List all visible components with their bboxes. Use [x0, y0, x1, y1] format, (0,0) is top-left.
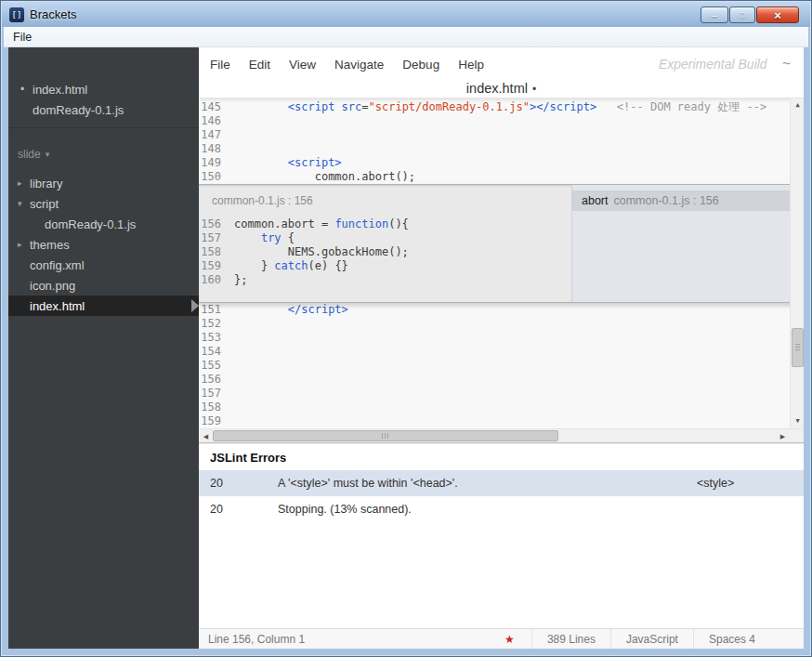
menu-help[interactable]: Help [449, 58, 493, 72]
window-controls: – □ × [701, 7, 799, 23]
code-line[interactable]: 158 NEMS.gobackHome(); [199, 245, 571, 259]
code-token: <script [288, 100, 342, 113]
code-line[interactable]: 149 <script> [199, 156, 804, 170]
working-file-item[interactable]: •index.html [8, 79, 199, 99]
wave-icon[interactable]: ~ [782, 56, 791, 72]
error-line-number: 20 [199, 477, 278, 490]
code-line[interactable]: 157 try { [199, 231, 571, 245]
menu-file[interactable]: File [201, 58, 240, 72]
close-button[interactable]: × [756, 7, 799, 23]
tree-item-library[interactable]: ▸library [8, 173, 199, 193]
code-line[interactable]: 153 [199, 331, 804, 345]
code-line[interactable]: 150 common.abort(); [199, 170, 804, 184]
jslint-error-row[interactable]: 20Stopping. (13% scanned). [199, 496, 804, 522]
vertical-scroll-thumb[interactable] [792, 328, 804, 367]
inline-editor-filename[interactable]: common-0.1.js : 156 [199, 185, 571, 217]
code-line[interactable]: 159 [199, 414, 804, 428]
code-line[interactable]: 145 <script src="script/domReady-0.1.js"… [199, 100, 804, 114]
working-file-item[interactable]: •domReady-0.1.js [8, 99, 199, 120]
code-content: try { [234, 231, 295, 245]
code-line[interactable]: 158 [199, 401, 804, 414]
menu-view[interactable]: View [280, 58, 325, 72]
code-line[interactable]: 148 [199, 142, 804, 156]
jslint-panel: JSLint Errors 20A '<style>' must be with… [199, 442, 804, 628]
tree-item-label: index.html [30, 299, 85, 313]
tree-item-icon.png[interactable]: icon.png [8, 275, 199, 296]
sidebar: •index.html•domReady-0.1.js slide ▾ ▸lib… [8, 47, 199, 649]
code-line[interactable]: 159 } catch(e) {} [199, 259, 571, 273]
tree-item-label: themes [30, 238, 70, 252]
related-function-item[interactable]: abortcommon-0.1.js : 156 [572, 191, 804, 211]
code-content: <script src="script/domReady-0.1.js"></s… [234, 100, 766, 114]
code-token: src [342, 100, 362, 113]
working-file-label: index.html [33, 83, 87, 97]
menu-edit[interactable]: Edit [240, 58, 280, 72]
code-line[interactable]: 156 [199, 373, 804, 387]
tree-item-config.xml[interactable]: config.xml [8, 255, 199, 275]
tree-item-index.html[interactable]: index.html [8, 296, 199, 316]
app-menubar: FileEditViewNavigateDebugHelp Experiment… [199, 47, 804, 81]
code-token: common.abort = [234, 217, 334, 230]
code-line[interactable]: 146 [199, 114, 804, 128]
code-line[interactable]: 155 [199, 359, 804, 373]
line-number: 156 [199, 373, 234, 387]
window-title: Brackets [30, 7, 77, 21]
vertical-scrollbar[interactable]: ▲ ▼ [790, 99, 804, 428]
brackets-logo-icon: [] [9, 7, 24, 22]
horizontal-scrollbar[interactable]: ◀ ▶ [199, 429, 790, 442]
line-number: 147 [199, 128, 234, 142]
titlebar[interactable]: [] Brackets – □ × [2, 2, 810, 27]
working-file-label: domReady-0.1.js [33, 103, 124, 117]
folder-collapsed-icon[interactable]: ▸ [18, 240, 30, 249]
scroll-down-icon[interactable]: ▼ [791, 414, 804, 428]
code-content: common.abort(); [234, 170, 415, 184]
line-count: 389 Lines [531, 629, 610, 649]
code-line[interactable]: 147 [199, 128, 804, 142]
language-mode[interactable]: JavaScript [610, 629, 693, 649]
menu-debug[interactable]: Debug [393, 58, 449, 72]
code-token: NEMS.gobackHome(); [234, 245, 409, 258]
code-editor[interactable]: 145 <script src="script/domReady-0.1.js"… [199, 99, 804, 428]
scroll-up-icon[interactable]: ▲ [791, 99, 804, 112]
jslint-panel-title[interactable]: JSLint Errors [199, 443, 804, 470]
minimize-button[interactable]: – [701, 7, 728, 23]
code-token [234, 156, 288, 169]
code-line[interactable]: 152 [199, 317, 804, 331]
indent-setting[interactable]: Spaces 4 [693, 629, 770, 649]
scroll-right-icon[interactable]: ▶ [776, 429, 790, 443]
cursor-position: Line 156, Column 1 [199, 633, 305, 646]
code-line[interactable]: 156common.abort = function(){ [199, 217, 571, 231]
line-number: 157 [199, 231, 234, 245]
code-content: common.abort = function(){ [234, 217, 409, 231]
code-line[interactable]: 160}; [199, 273, 571, 287]
dirty-dot-icon: • [20, 83, 33, 96]
native-menu-file[interactable]: File [4, 27, 41, 46]
line-number: 148 [199, 142, 234, 156]
inline-rail: abortcommon-0.1.js : 156 [571, 185, 804, 302]
scroll-left-icon[interactable]: ◀ [199, 429, 213, 443]
folder-collapsed-icon[interactable]: ▸ [18, 178, 30, 188]
code-token: }; [234, 273, 247, 286]
maximize-button[interactable]: □ [729, 7, 755, 23]
tree-item-themes[interactable]: ▸themes [8, 234, 199, 255]
tree-item-script[interactable]: ▾script [8, 193, 199, 214]
horizontal-scrollbar-row: ◀ ▶ [199, 428, 804, 442]
code-line[interactable]: 157 [199, 387, 804, 401]
code-line[interactable]: 151 </script> [199, 303, 804, 317]
tree-item-domReady-0.1.js[interactable]: domReady-0.1.js [8, 214, 199, 234]
line-number: 146 [199, 114, 234, 128]
project-dropdown[interactable]: slide ▾ [8, 145, 199, 164]
menu-navigate[interactable]: Navigate [325, 58, 393, 72]
line-number: 154 [199, 345, 234, 359]
code-token: catch [274, 259, 308, 272]
code-token [596, 100, 617, 113]
code-token: = [361, 100, 368, 113]
code-token: (){ [388, 217, 409, 230]
code-top: 145 <script src="script/domReady-0.1.js"… [199, 99, 804, 184]
folder-expanded-icon[interactable]: ▾ [18, 199, 30, 208]
code-line[interactable]: 154 [199, 345, 804, 359]
horizontal-scroll-thumb[interactable] [213, 430, 558, 441]
lint-error-star-icon[interactable]: ★ [488, 633, 531, 646]
jslint-error-row[interactable]: 20A '<style>' must be within '<head>'.<s… [199, 470, 804, 496]
working-files: •index.html•domReady-0.1.js [8, 47, 199, 120]
